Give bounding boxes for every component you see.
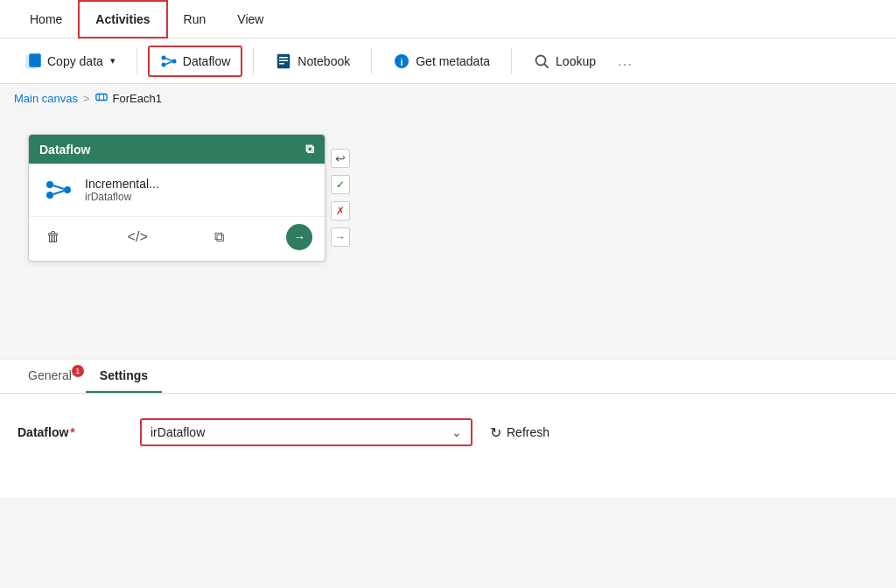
- copy-button[interactable]: ⧉: [209, 226, 229, 248]
- card-activity-sub: irDataflow: [85, 191, 311, 203]
- svg-line-22: [53, 191, 64, 194]
- chevron-down-icon: ⌄: [452, 425, 462, 439]
- card-header: Dataflow ⧉: [29, 135, 325, 164]
- svg-point-4: [172, 59, 176, 63]
- toolbar-divider-4: [511, 48, 512, 74]
- toolbar: Copy data ▾ Dataflow Notebook: [0, 38, 896, 84]
- svg-point-18: [46, 181, 53, 188]
- dataflow-icon: [160, 52, 178, 70]
- svg-rect-1: [30, 54, 40, 66]
- success-connector[interactable]: ✓: [331, 175, 350, 194]
- dataflow-label-text: Dataflow: [18, 425, 68, 439]
- required-marker: *: [70, 425, 74, 439]
- dataflow-label: Dataflow: [183, 54, 230, 68]
- dataflow-input-wrap: irDataflow ⌄ ↻ Refresh: [140, 418, 878, 446]
- svg-line-14: [544, 64, 548, 67]
- side-connectors: ↩ ✓ ✗ →: [331, 149, 350, 247]
- foreach-icon: [95, 91, 108, 106]
- lookup-button[interactable]: Lookup: [522, 47, 606, 75]
- lookup-icon: [533, 52, 550, 70]
- toolbar-divider-2: [253, 48, 254, 74]
- canvas-area: Dataflow ⧉ Incremental... irDataflow: [0, 113, 896, 358]
- nav-home-label: Home: [30, 12, 62, 26]
- notebook-icon: [275, 52, 292, 70]
- navigate-button[interactable]: →: [286, 224, 312, 250]
- nav-activities-label: Activities: [95, 12, 150, 26]
- breadcrumb: Main canvas > ForEach1: [0, 84, 896, 113]
- tab-general[interactable]: General 1: [14, 360, 86, 393]
- get-metadata-button[interactable]: i Get metadata: [382, 47, 500, 75]
- nav-home[interactable]: Home: [14, 0, 78, 38]
- notebook-button[interactable]: Notebook: [264, 47, 360, 75]
- general-tab-label: General: [28, 368, 72, 382]
- svg-point-3: [161, 62, 165, 66]
- lookup-label: Lookup: [556, 54, 596, 68]
- notebook-label: Notebook: [298, 54, 350, 68]
- dataflow-activity-card: Dataflow ⧉ Incremental... irDataflow: [28, 134, 326, 262]
- card-header-title: Dataflow: [39, 143, 90, 157]
- svg-rect-8: [279, 57, 288, 59]
- chevron-down-icon: ▾: [110, 55, 116, 66]
- svg-text:i: i: [401, 56, 403, 66]
- delete-button[interactable]: 🗑: [41, 226, 66, 248]
- panel-content: Dataflow* irDataflow ⌄ ↻ Refresh: [0, 394, 896, 464]
- svg-point-2: [161, 55, 165, 60]
- undo-connector[interactable]: ↩: [331, 149, 350, 168]
- refresh-button[interactable]: ↻ Refresh: [481, 419, 558, 446]
- dataflow-activity-icon: [43, 174, 74, 206]
- svg-line-6: [165, 61, 172, 64]
- card-activity-name: Incremental...: [85, 177, 311, 191]
- copy-data-icon: [24, 52, 42, 70]
- refresh-label: Refresh: [507, 425, 550, 439]
- failure-connector[interactable]: ✗: [331, 201, 350, 220]
- card-actions: 🗑 </> ⧉ →: [29, 216, 325, 261]
- copy-data-button[interactable]: Copy data ▾: [14, 47, 126, 75]
- nav-activities[interactable]: Activities: [78, 0, 167, 38]
- refresh-icon: ↻: [490, 424, 501, 441]
- dataflow-select-value: irDataflow: [150, 425, 205, 439]
- dataflow-setting-row: Dataflow* irDataflow ⌄ ↻ Refresh: [18, 418, 878, 446]
- arrow-connector[interactable]: →: [331, 228, 350, 247]
- svg-point-19: [46, 192, 53, 199]
- panel-tabs: General 1 Settings: [0, 360, 896, 394]
- general-tab-badge: 1: [72, 365, 84, 377]
- svg-rect-10: [279, 63, 284, 65]
- toolbar-divider-3: [371, 48, 372, 74]
- breadcrumb-separator: >: [83, 92, 90, 105]
- get-metadata-label: Get metadata: [416, 54, 490, 68]
- nav-view[interactable]: View: [221, 0, 279, 38]
- toolbar-divider-1: [136, 48, 137, 74]
- dataflow-select[interactable]: irDataflow ⌄: [140, 418, 472, 446]
- svg-rect-9: [279, 60, 288, 61]
- code-button[interactable]: </>: [122, 226, 153, 248]
- svg-line-21: [53, 186, 64, 189]
- svg-point-20: [64, 186, 71, 193]
- nav-run[interactable]: Run: [168, 0, 222, 38]
- dataflow-button[interactable]: Dataflow: [148, 46, 242, 77]
- more-icon[interactable]: …: [617, 52, 633, 70]
- dataflow-field-label: Dataflow*: [18, 425, 122, 439]
- breadcrumb-current: ForEach1: [113, 92, 162, 105]
- nav-view-label: View: [237, 12, 263, 26]
- tab-settings[interactable]: Settings: [86, 360, 162, 393]
- svg-line-5: [165, 58, 172, 60]
- top-nav-bar: Home Activities Run View: [0, 0, 896, 38]
- nav-run-label: Run: [184, 12, 206, 26]
- breadcrumb-root[interactable]: Main canvas: [14, 92, 78, 105]
- card-expand-icon[interactable]: ⧉: [305, 142, 314, 157]
- copy-data-label: Copy data: [47, 54, 103, 68]
- card-body: Incremental... irDataflow: [29, 164, 325, 216]
- svg-rect-15: [95, 94, 106, 101]
- bottom-panel: General 1 Settings Dataflow* irDataflow …: [0, 358, 896, 498]
- card-info: Incremental... irDataflow: [85, 177, 311, 203]
- settings-tab-label: Settings: [100, 368, 148, 382]
- info-icon: i: [393, 52, 410, 70]
